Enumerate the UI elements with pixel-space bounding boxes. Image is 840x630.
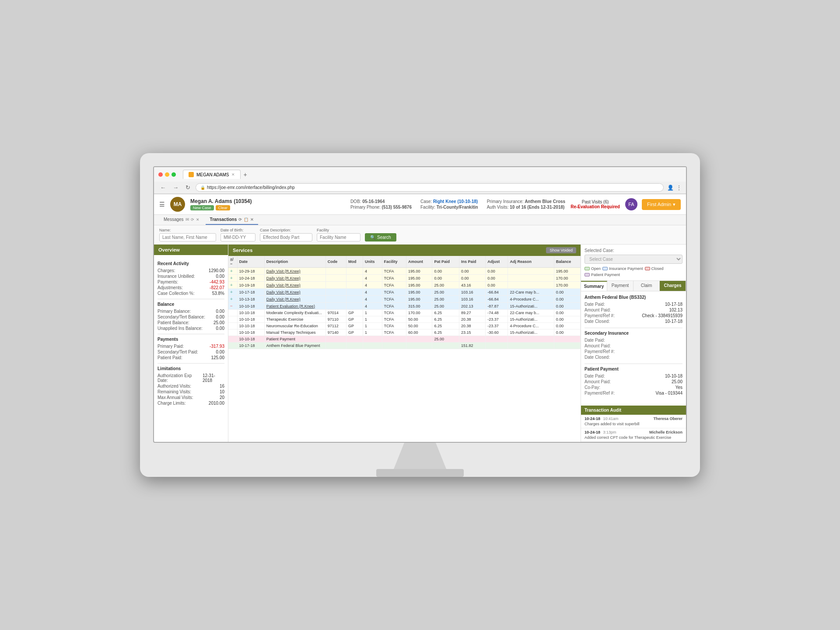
cell-description[interactable]: Anthem Federal Blue Payment — [264, 343, 326, 349]
tab-claim[interactable]: Claim — [634, 281, 660, 291]
cell-code: 97110 — [326, 316, 346, 323]
right-panel-tabs: Summary Payment Claim Charges — [581, 281, 686, 291]
cell-adj-reason — [508, 336, 554, 343]
clear-badge[interactable]: Clear — [216, 205, 231, 210]
cell-description[interactable]: Patient Payment — [264, 336, 326, 343]
tab-payment[interactable]: Payment — [607, 281, 634, 291]
case-collection-row: Case Collection %: 53.8% — [158, 290, 224, 296]
menu-dots-icon[interactable]: ⋮ — [676, 185, 682, 191]
hamburger-menu-btn[interactable]: ☰ — [159, 201, 165, 208]
transactions-icon: 📋 — [244, 217, 248, 222]
cell-description[interactable]: Therapeutic Exercise — [264, 316, 326, 323]
ins-date-paid-value: 10-17-18 — [665, 302, 682, 307]
traffic-light-green[interactable] — [172, 172, 176, 177]
expand-btn[interactable]: + — [230, 297, 233, 301]
cell-description[interactable]: Daily Visit (R.Knee) — [264, 282, 326, 289]
payments-label: Payments: — [158, 280, 178, 284]
tab-transactions[interactable]: Transactions ⟳ 📋 ✕ — [206, 215, 259, 225]
cell-ins-paid: 202.13 — [459, 303, 486, 310]
sec-ins-date-paid-row: Date Paid: — [584, 337, 682, 343]
admin-dropdown-btn[interactable]: First Admin ▾ — [642, 199, 681, 210]
tab-messages[interactable]: Messages ✉ ⟳ ✕ — [159, 215, 204, 225]
browser-tab[interactable]: MEGAN ADAMS ✕ — [183, 170, 241, 179]
dob-search-input[interactable] — [220, 233, 256, 242]
back-btn[interactable]: ← — [158, 183, 168, 192]
cell-description[interactable]: Daily Visit (R.Knee) — [264, 275, 326, 282]
expand-btn[interactable]: + — [230, 283, 233, 287]
url-display[interactable]: https://joe-emr.com/interface/billing/in… — [207, 185, 295, 190]
facility-search-input[interactable] — [317, 233, 360, 242]
transactions-close-icon[interactable]: ✕ — [250, 217, 254, 222]
sec-ins-amount-paid-label: Amount Paid: — [584, 343, 611, 348]
re-evaluation-alert[interactable]: Re-Evaluation Required — [570, 204, 620, 209]
expand-btn[interactable]: + — [230, 290, 233, 294]
cell-description[interactable]: Patient Evaluation (R.Knee) — [264, 303, 326, 310]
forward-btn[interactable]: → — [171, 183, 180, 192]
cell-units — [363, 336, 382, 343]
overview-panel: Overview Recent Activity Charges: 1290.0… — [154, 245, 228, 442]
cell-balance: 0.00 — [554, 323, 580, 329]
cell-description[interactable]: Manual Therapy Techniques — [264, 329, 326, 336]
selected-case-dropdown[interactable]: Select Case — [584, 255, 682, 264]
case-desc-search-input[interactable] — [260, 233, 312, 242]
auth-visits-row: Authorized Visits: 16 — [158, 383, 224, 389]
reload-btn[interactable]: ↻ — [184, 183, 192, 192]
max-annual-value: 20 — [220, 395, 224, 400]
services-header: Services Show Voided — [228, 245, 581, 256]
cell-description[interactable]: Daily Visit (R.Knee) — [264, 268, 326, 275]
secondary-insurance-section: Secondary Insurance Date Paid: Amount Pa… — [584, 331, 682, 360]
adjustments-row: Adjustments: -822.07 — [158, 285, 224, 290]
cell-pat-paid: 6.25 — [432, 316, 459, 323]
cell-description[interactable]: Daily Visit (R.Knee) — [264, 289, 326, 296]
tab-close-btn[interactable]: ✕ — [231, 172, 235, 177]
transactions-refresh-icon[interactable]: ⟳ — [238, 217, 242, 222]
secondary-ins-header: Secondary Insurance — [584, 331, 682, 336]
user-account-icon[interactable]: 👤 — [667, 185, 674, 191]
legend: Open Insurance Payment Closed Patie — [584, 266, 682, 277]
messages-close-icon[interactable]: ✕ — [196, 217, 200, 222]
auth-exp-value: 12-31-2018 — [203, 373, 224, 383]
traffic-light-yellow[interactable] — [165, 172, 169, 177]
facility-label: Facility: Tri-County/Frankitin — [420, 205, 478, 210]
right-panel: Selected Case: Select Case Open Insuranc… — [581, 245, 686, 442]
cell-adjust: -66.84 — [486, 289, 508, 296]
pp-amount-paid-row: Amount Paid: 25.00 — [584, 379, 682, 385]
cell-balance: 0.00 — [554, 310, 580, 316]
ins-payment-color-swatch — [602, 267, 608, 270]
unapplied-balance-row: Unapplied Ins Balance: 0.00 — [158, 326, 224, 331]
audit-entries-list: 10-24-18 10:41am Theresa Oberer Charges … — [581, 415, 686, 442]
tab-summary[interactable]: Summary — [581, 281, 607, 291]
cell-facility: TCFA — [382, 268, 406, 275]
name-search-input[interactable] — [159, 233, 216, 242]
table-row: + 10-24-18 Daily Visit (R.Knee) 4 TCFA 1… — [228, 275, 581, 282]
collapse-btn[interactable]: − — [230, 304, 233, 308]
cell-ins-paid: 0.00 — [459, 275, 486, 282]
secondary-balance-row: Secondary/Tert Balance: 0.00 — [158, 314, 224, 320]
new-case-badge[interactable]: New Case — [190, 205, 214, 210]
pp-amount-paid-label: Amount Paid: — [584, 379, 611, 384]
cell-adjust: -74.48 — [486, 310, 508, 316]
cell-description[interactable]: Moderate Complexity Evaluati... — [264, 310, 326, 316]
expand-btn[interactable]: + — [230, 269, 233, 273]
cell-description[interactable]: Neuromuscular Re-Education — [264, 323, 326, 329]
secondary-balance-label: Secondary/Tert Balance: — [158, 315, 205, 319]
show-voided-btn[interactable]: Show Voided — [546, 247, 576, 253]
legend-closed: Closed — [645, 266, 664, 271]
open-color-swatch — [584, 267, 590, 270]
traffic-light-red[interactable] — [158, 172, 163, 177]
ins-payment-label: Insurance Payment — [609, 266, 643, 271]
cell-description[interactable]: Daily Visit (R.Knee) — [264, 296, 326, 303]
col-mod: Mod — [346, 256, 363, 268]
cell-adjust: 0.00 — [486, 268, 508, 275]
search-btn[interactable]: 🔍 Search — [365, 233, 396, 242]
case-collection-label: Case Collection %: — [158, 291, 194, 296]
messages-refresh-icon[interactable]: ⟳ — [191, 217, 194, 222]
payments-row: Payments: -442.93 — [158, 279, 224, 285]
cell-code — [326, 275, 346, 282]
tab-charges[interactable]: Charges — [660, 281, 686, 291]
cell-balance — [554, 343, 580, 349]
expand-btn[interactable]: + — [230, 276, 233, 280]
new-tab-btn[interactable]: + — [243, 171, 247, 178]
cell-amount: 170.00 — [406, 310, 432, 316]
charges-label: Charges: — [158, 268, 175, 273]
